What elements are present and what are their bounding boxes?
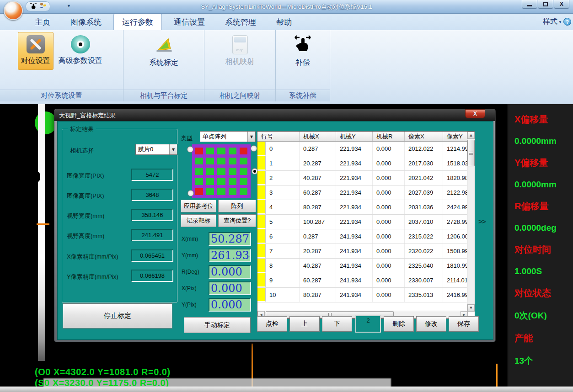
grid-radio-top-right[interactable] xyxy=(251,145,257,152)
dialog-title-bar[interactable]: 大视野_宫格标定结果 X xyxy=(54,109,495,121)
tab-system-management[interactable]: 系统管理 xyxy=(217,14,264,30)
modify-button[interactable]: 修改 xyxy=(416,316,446,332)
ribbon: 对位设置 高级参数设置 对位系统设置 系统标定 xyxy=(0,30,573,104)
coord-label-x-mm: X(mm) xyxy=(182,236,198,242)
grid-square xyxy=(217,158,225,164)
row-down-button[interactable]: 下 xyxy=(322,316,352,332)
table-row[interactable]: 1080.287241.9340.0002335.0132416.997 xyxy=(257,288,468,302)
groupbox-title: 标定结果 xyxy=(68,125,96,133)
app-menu-button[interactable] xyxy=(4,1,23,20)
cell-pixel-x: 2027.039 xyxy=(405,185,443,200)
close-button[interactable]: X xyxy=(554,0,569,9)
camera-select-dropdown[interactable]: 膜片0 ▼ xyxy=(135,144,177,155)
row-marker-cell[interactable] xyxy=(257,273,266,287)
user-announce-icon[interactable] xyxy=(39,2,46,11)
ribbon-tab-strip: 主页 图像系统 运行参数 通信设置 系统管理 帮助 样式 ▼ ? xyxy=(0,14,573,30)
header-pixel-y[interactable]: 像素Y xyxy=(443,132,468,141)
apply-reference-button[interactable]: 应用参考位 xyxy=(181,200,216,212)
chevron-down-icon[interactable]: ▼ xyxy=(247,132,255,142)
chevron-down-icon[interactable]: ▼ xyxy=(169,144,177,154)
help-icon[interactable]: ? xyxy=(563,18,571,26)
table-row[interactable]: 240.287221.9340.0002021.0421820.988 xyxy=(257,171,468,185)
header-mech-r[interactable]: 机械R xyxy=(373,132,405,141)
row-marker-cell[interactable] xyxy=(257,215,266,229)
cell-mech-y: 241.934 xyxy=(336,273,373,287)
table-row[interactable]: 00.287221.9340.0002012.0221214.993 xyxy=(257,142,468,156)
maximize-button[interactable] xyxy=(538,0,553,9)
compensation-button[interactable]: 补偿 xyxy=(290,32,315,72)
cell-mech-r: 0.000 xyxy=(373,142,405,156)
row-marker-cell[interactable] xyxy=(257,185,266,200)
save-button[interactable]: 保存 xyxy=(449,316,479,332)
grid-radio-bottom-left[interactable] xyxy=(187,190,194,196)
header-row-number[interactable]: 行号 xyxy=(257,132,300,141)
row-marker-cell[interactable] xyxy=(257,288,266,302)
status-value-y-offset: 0.0000mm xyxy=(514,180,573,190)
cell-row-number: 9 xyxy=(266,273,300,287)
field-label-y-pixel-precision: Y像素精度(mm/Pix) xyxy=(67,273,118,281)
table-row[interactable]: 60.287241.9340.0002315.0221206.007 xyxy=(257,229,468,244)
tab-run-parameters[interactable]: 运行参数 xyxy=(113,14,162,30)
advanced-parameters-button[interactable]: 高级参数设置 xyxy=(55,32,106,70)
tab-communication[interactable]: 通信设置 xyxy=(166,14,213,30)
qat-dropdown-caret[interactable]: ▼ xyxy=(67,4,71,8)
record-target-button[interactable]: 记录靶标 xyxy=(181,214,216,227)
scroll-up-icon[interactable]: ▲ xyxy=(467,132,475,139)
row-marker-cell[interactable] xyxy=(257,156,266,170)
table-row[interactable]: 360.287221.9340.0002027.0392122.984 xyxy=(257,185,468,200)
table-row[interactable]: 480.287221.9340.0002031.0362424.993 xyxy=(257,200,468,215)
field-value-fov-width: 358.146 xyxy=(131,209,173,221)
vertical-scroll-thumb[interactable] xyxy=(467,140,475,166)
calibration-points-table: 行号 机械X 机械Y 机械R 像素X 像素Y 00.287221.9340.00… xyxy=(257,131,475,319)
table-row[interactable]: 720.287241.9340.0002320.0221508.990 xyxy=(257,244,468,259)
header-pixel-x[interactable]: 像素X xyxy=(405,132,443,141)
spot-check-button[interactable]: 点检 xyxy=(257,316,287,332)
scroll-down-icon[interactable]: ▼ xyxy=(467,304,475,312)
style-menu[interactable]: 样式 xyxy=(543,17,557,26)
table-row[interactable]: 840.287241.9340.0002325.0401810.994 xyxy=(257,259,468,273)
row-marker-cell[interactable] xyxy=(257,171,266,185)
row-marker-cell[interactable] xyxy=(257,229,266,244)
type-dropdown[interactable]: 单点阵列 ▼ xyxy=(200,131,256,142)
header-mech-x[interactable]: 机械X xyxy=(300,132,336,141)
style-menu-caret[interactable]: ▼ xyxy=(558,20,562,24)
tab-image-system[interactable]: 图像系统 xyxy=(62,14,110,30)
delete-button[interactable]: 删除 xyxy=(384,316,414,332)
bottom-edge-strip xyxy=(0,387,573,392)
camera-select-label: 相机选择 xyxy=(70,147,94,155)
query-position-button[interactable]: 查询位置? xyxy=(218,214,256,227)
array-button[interactable]: 阵列 xyxy=(218,200,256,212)
camera-mapping-button[interactable]: 相机映射 xyxy=(222,32,258,71)
system-calibration-button[interactable]: 系统标定 xyxy=(146,32,182,72)
minimize-button[interactable] xyxy=(522,0,537,9)
row-marker-cell[interactable] xyxy=(257,142,266,156)
vertical-scrollbar[interactable]: ▲ ▼ xyxy=(467,132,475,312)
manual-calibration-button[interactable]: 手动标定 xyxy=(184,317,251,333)
tab-help[interactable]: 帮助 xyxy=(268,14,300,30)
tab-home[interactable]: 主页 xyxy=(27,14,59,30)
row-marker-cell[interactable] xyxy=(257,200,266,214)
camera-select-value: 膜片0 xyxy=(136,144,169,154)
table-row[interactable]: 960.287241.9340.0002330.0072114.012 xyxy=(257,273,468,288)
row-marker-cell[interactable] xyxy=(257,244,266,258)
row-marker-cell[interactable] xyxy=(257,259,266,273)
cell-pixel-y: 1810.994 xyxy=(443,259,468,273)
header-mech-y[interactable]: 机械Y xyxy=(336,132,373,141)
coord-value-y-pix: 0.000 xyxy=(209,298,251,312)
panel-expander[interactable]: >> xyxy=(478,217,486,225)
cell-pixel-y: 1206.007 xyxy=(443,229,468,244)
dialog-close-button[interactable]: X xyxy=(465,109,485,118)
cell-mech-r: 0.000 xyxy=(373,244,405,258)
field-label-fov-width: 视野宽度(mm) xyxy=(67,212,104,220)
cell-mech-y: 221.934 xyxy=(336,200,373,214)
table-row[interactable]: 5100.287221.9340.0002037.0102728.993 xyxy=(257,215,468,229)
table-row[interactable]: 120.287221.9340.0002017.0301518.021 xyxy=(257,156,468,171)
cell-pixel-y: 2728.993 xyxy=(443,215,468,229)
grid-radio-top-left[interactable] xyxy=(187,146,193,153)
row-number-input[interactable]: 2 xyxy=(355,315,381,333)
cell-mech-y: 221.934 xyxy=(336,185,373,200)
alignment-settings-button[interactable]: 对位设置 xyxy=(18,32,54,70)
hand-tool-icon[interactable] xyxy=(30,3,37,10)
stop-calibration-button[interactable]: 停止标定 xyxy=(63,303,172,328)
row-up-button[interactable]: 上 xyxy=(289,316,320,332)
